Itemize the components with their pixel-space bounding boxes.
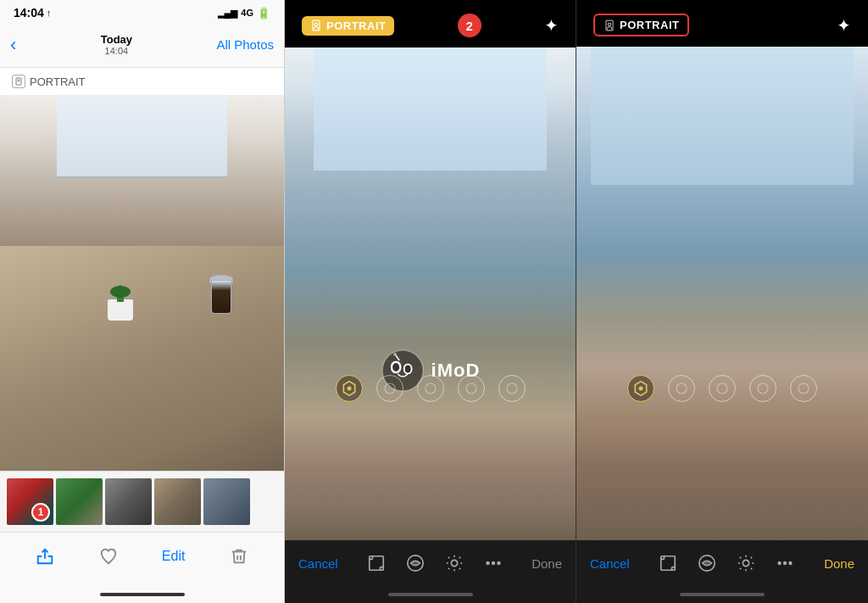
- signal-bars-icon: ▂▄▆: [218, 8, 238, 19]
- lighting-dot-2[interactable]: [376, 375, 403, 402]
- svg-point-30: [498, 562, 500, 565]
- more-icon-3[interactable]: [776, 554, 794, 572]
- portrait-badge-text: PORTRAIT: [326, 20, 386, 32]
- edit-tools-3: [659, 554, 794, 572]
- thumbnail-badge-1: 1: [31, 503, 50, 522]
- lighting-dot-p3-2[interactable]: [668, 375, 695, 402]
- lighting-dot-5[interactable]: [498, 375, 526, 402]
- svg-line-49: [751, 557, 752, 558]
- hex-icon-p3-4: [755, 381, 771, 396]
- hex-icon-p3-5: [796, 381, 811, 396]
- thumbnail-1[interactable]: 1: [7, 478, 53, 525]
- thumbnail-strip: 1: [0, 471, 284, 532]
- svg-point-41: [743, 560, 749, 566]
- status-icons: ▂▄▆ 4G 🔋: [218, 7, 270, 20]
- portrait-badge-active[interactable]: PORTRAIT: [302, 16, 394, 36]
- portrait-label-text: PORTRAIT: [30, 75, 86, 88]
- all-photos-button[interactable]: All Photos: [216, 37, 274, 52]
- delete-button[interactable]: [230, 547, 248, 566]
- status-bar: 14:04 ↑ ▂▄▆ 4G 🔋: [0, 0, 284, 24]
- crop-icon-3[interactable]: [659, 554, 677, 572]
- svg-line-23: [459, 568, 460, 569]
- svg-point-12: [347, 387, 351, 391]
- lighting-dot-p3-3[interactable]: [709, 375, 736, 402]
- svg-point-29: [492, 562, 495, 565]
- portrait-icon: [12, 75, 25, 88]
- thumbnail-5[interactable]: [203, 478, 250, 525]
- svg-point-32: [608, 23, 611, 26]
- adjustments-icon-3[interactable]: [698, 554, 716, 572]
- svg-point-34: [639, 387, 643, 391]
- panel-3-portrait-edit-done: PORTRAIT ✦: [576, 0, 868, 603]
- nav-title-main: Today: [101, 33, 132, 46]
- bottom-toolbar: Edit: [0, 532, 284, 586]
- svg-point-35: [676, 383, 687, 394]
- share-button[interactable]: [36, 547, 54, 566]
- table-surface: [0, 246, 284, 471]
- edit-button[interactable]: Edit: [162, 549, 186, 564]
- cancel-button-2[interactable]: Cancel: [298, 556, 338, 571]
- svg-point-13: [385, 383, 395, 394]
- panel-2-photo[interactable]: iMoD: [285, 47, 576, 540]
- svg-point-51: [784, 562, 787, 565]
- home-bar-3: [680, 593, 765, 596]
- plant-pot: [108, 299, 133, 321]
- svg-point-19: [451, 560, 457, 566]
- edit-tools-2: [367, 554, 503, 572]
- svg-point-52: [789, 562, 792, 565]
- home-indicator: [0, 586, 284, 603]
- hex-icon-p3-3: [715, 381, 730, 396]
- photo-background-2: iMoD: [285, 47, 576, 540]
- thumbnail-2[interactable]: [56, 478, 103, 525]
- lighting-dot-4[interactable]: [458, 375, 485, 402]
- thumbnail-4[interactable]: [154, 478, 201, 525]
- location-arrow-icon: ↑: [47, 8, 52, 18]
- lighting-dot-p3-1[interactable]: [627, 375, 654, 402]
- done-button-3[interactable]: Done: [824, 556, 854, 571]
- edit-toolbar-3: Cancel: [590, 550, 854, 579]
- photo-background-3: [576, 47, 868, 540]
- svg-point-15: [466, 383, 476, 394]
- adjustments-icon[interactable]: [406, 554, 425, 572]
- portrait-badge-outlined[interactable]: PORTRAIT: [593, 14, 689, 36]
- lighting-dot-3[interactable]: [417, 375, 444, 402]
- drink-cup: [209, 275, 233, 313]
- brightness-icon[interactable]: [445, 554, 464, 572]
- window-area-3: [591, 47, 854, 185]
- like-button[interactable]: [99, 547, 118, 566]
- lighting-dot-p3-4[interactable]: [749, 375, 776, 402]
- home-indicator-3: [576, 586, 868, 603]
- svg-line-45: [751, 568, 752, 569]
- svg-rect-39: [661, 556, 676, 571]
- svg-point-8: [404, 365, 410, 372]
- crop-icon[interactable]: [367, 554, 386, 572]
- svg-point-28: [487, 562, 489, 565]
- main-photo-area[interactable]: [0, 96, 284, 471]
- back-button[interactable]: ‹: [10, 34, 16, 56]
- magic-wand-icon-3[interactable]: ✦: [837, 15, 851, 36]
- done-button-2[interactable]: Done: [531, 556, 562, 571]
- svg-line-48: [740, 568, 741, 569]
- lighting-dot-p3-5[interactable]: [790, 375, 817, 402]
- panel-3-top-bar: PORTRAIT ✦: [576, 0, 868, 47]
- panel-2-edit-toolbar: Cancel: [285, 540, 576, 586]
- nav-bar: ‹ Today 14:04 All Photos: [0, 24, 284, 68]
- panel-3-photo[interactable]: [576, 47, 868, 540]
- svg-point-3: [314, 23, 318, 26]
- cancel-button-3[interactable]: Cancel: [590, 556, 630, 571]
- hex-icon-p3-2: [674, 381, 689, 396]
- svg-line-22: [448, 557, 449, 558]
- battery-icon: 🔋: [257, 7, 270, 20]
- thumbnail-3[interactable]: [105, 478, 152, 525]
- panel-2-top-bar: PORTRAIT 2 ✦: [285, 0, 576, 47]
- panel-1-photos-list: 14:04 ↑ ▂▄▆ 4G 🔋 ‹ Today 14:04 All Photo…: [0, 0, 285, 603]
- svg-point-50: [779, 562, 782, 565]
- magic-wand-icon[interactable]: ✦: [544, 15, 559, 36]
- portrait-badge-icon: [310, 20, 322, 31]
- lighting-dot-1[interactable]: [336, 375, 363, 402]
- svg-line-27: [459, 557, 460, 558]
- portrait-badge-text-3: PORTRAIT: [620, 19, 679, 31]
- window-frame: [57, 96, 227, 178]
- more-icon[interactable]: [484, 554, 503, 572]
- brightness-icon-3[interactable]: [737, 554, 755, 572]
